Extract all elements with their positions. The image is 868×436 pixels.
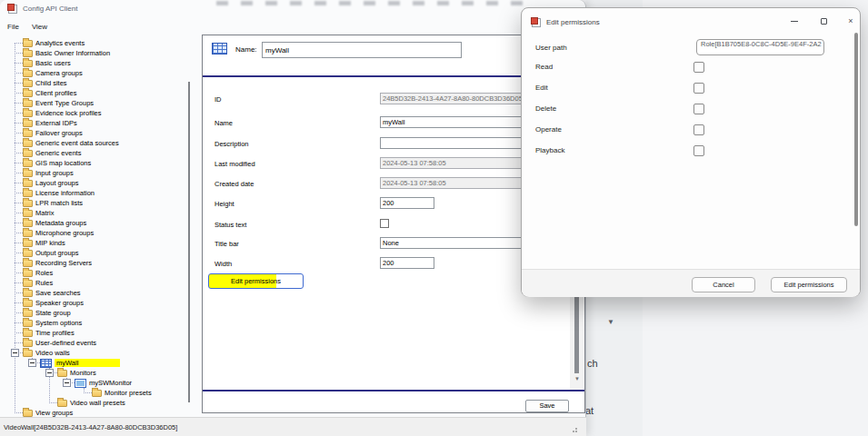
tree-item-failover-groups[interactable]: Failover groups [2, 128, 195, 138]
header-name-input[interactable] [262, 42, 462, 58]
tree-item-label: MIP kinds [35, 239, 65, 247]
collapse-expander-icon[interactable] [45, 369, 54, 377]
save-button[interactable]: Save [525, 400, 569, 412]
folder-icon [23, 410, 33, 417]
menu-file[interactable]: File [7, 23, 19, 31]
tree-item-state-group[interactable]: State group [2, 308, 195, 318]
dialog-edit-permissions-button[interactable]: Edit permissions [771, 277, 847, 292]
tree-item-external-idps[interactable]: External IDPs [2, 118, 195, 128]
tree-item-monitor-presets[interactable]: Monitor presets [2, 388, 195, 398]
tree-item-label: Monitors [70, 369, 96, 377]
tree-item-label: System options [35, 319, 82, 327]
tree-item-roles[interactable]: Roles [2, 268, 195, 278]
tree-connector [15, 253, 23, 253]
cancel-button[interactable]: Cancel [692, 277, 755, 292]
height-field[interactable] [380, 197, 434, 209]
tree-item-mip-kinds[interactable]: MIP kinds [2, 238, 195, 248]
menubar: File View [0, 16, 585, 36]
tree-item-generic-event-data-sources[interactable]: Generic event data sources [2, 138, 195, 148]
tree-item-label: Basic Owner Information [35, 49, 110, 57]
tree-item-child-sites[interactable]: Child sites [2, 78, 195, 88]
tree-item-license-information[interactable]: License information [2, 188, 195, 198]
tree-item-generic-events[interactable]: Generic events [2, 148, 195, 158]
tree-item-basic-owner-information[interactable]: Basic Owner Information [2, 48, 195, 58]
tree-item-matrix[interactable]: Matrix [2, 208, 195, 218]
tree-connector [15, 103, 23, 104]
tree-item-camera-groups[interactable]: Camera groups [2, 68, 195, 78]
tree-item-gis-map-locations[interactable]: GIS map locations [2, 158, 195, 168]
tree-item-user-defined-events[interactable]: User-defined events [2, 338, 195, 348]
tree-item-microphone-groups[interactable]: Microphone groups [2, 228, 195, 238]
tree-item-time-profiles[interactable]: Time profiles [2, 328, 195, 338]
collapse-expander-icon[interactable] [28, 359, 36, 367]
tree: Analytics eventsBasic Owner InformationB… [2, 38, 195, 418]
scroll-down-icon[interactable]: ▼ [574, 376, 580, 382]
menu-view[interactable]: View [32, 23, 47, 31]
tree-item-label: LPR match lists [35, 199, 83, 207]
folder-icon [23, 80, 33, 87]
tree-item-save-searches[interactable]: Save searches [2, 288, 195, 298]
collapse-expander-icon[interactable] [63, 379, 71, 387]
dialog-titlebar[interactable]: Edit permissions [522, 8, 860, 35]
tree-item-label: Rules [35, 279, 53, 287]
videowall-icon [212, 43, 227, 54]
folder-icon [92, 390, 102, 397]
monitor-icon [75, 379, 86, 388]
field-label-width: Width [215, 260, 232, 268]
minimize-button[interactable] [783, 12, 805, 30]
statusbar-text: VideoWall[24B5D32B-2413-4A27-8A80-80DCB3… [4, 423, 177, 431]
permission-checkbox-operate[interactable] [693, 124, 704, 135]
tree-item-rules[interactable]: Rules [2, 278, 195, 288]
tree-connector [15, 113, 23, 114]
tree-item-monitors[interactable]: Monitors [2, 368, 195, 378]
tree-connector [15, 43, 23, 44]
tree-item-mywall[interactable]: myWall [2, 358, 195, 368]
tree-item-layout-groups[interactable]: Layout groups [2, 178, 195, 188]
edit-permissions-button[interactable]: Edit permissions [208, 273, 304, 289]
tree-item-myswmonitor[interactable]: mySWMonitor [2, 378, 195, 388]
status-text-checkbox[interactable] [380, 219, 389, 228]
folder-icon [23, 180, 33, 187]
dialog-scrollbar-thumb[interactable] [854, 33, 858, 226]
tree-connector [15, 143, 23, 144]
tree-item-evidence-lock-profiles[interactable]: Evidence lock profiles [2, 108, 195, 118]
tree-item-event-type-groups[interactable]: Event Type Groups [2, 98, 195, 108]
field-label-status-text: Status text [215, 221, 246, 229]
tree-item-system-options[interactable]: System options [2, 318, 195, 328]
permission-checkbox-edit[interactable] [693, 83, 704, 94]
folder-icon [23, 310, 33, 317]
tree-item-video-wall-presets[interactable]: Video wall presets [2, 398, 195, 408]
permission-checkbox-read[interactable] [693, 62, 704, 73]
permission-checkbox-playback[interactable] [693, 145, 704, 156]
tree-item-lpr-match-lists[interactable]: LPR match lists [2, 198, 195, 208]
folder-icon [23, 230, 33, 237]
collapse-expander-icon[interactable] [11, 349, 19, 357]
tree-item-speaker-groups[interactable]: Speaker groups [2, 298, 195, 308]
maximize-button[interactable] [813, 12, 834, 30]
resize-grip-icon[interactable] [572, 427, 577, 432]
close-icon: × [848, 17, 853, 25]
tree-item-video-walls[interactable]: Video walls [2, 348, 195, 358]
folder-icon [57, 370, 67, 377]
user-path-input[interactable]: Role[B1B705E8-0C8C-4D5E-9E4F-2A2 [696, 39, 824, 55]
folder-icon [57, 400, 67, 407]
tree-connector [15, 123, 23, 124]
folder-icon [23, 210, 33, 217]
tree-connector [15, 312, 23, 313]
permission-checkbox-delete[interactable] [693, 104, 704, 114]
width-field[interactable] [380, 257, 434, 269]
tree-item-input-groups[interactable]: Input groups [2, 168, 195, 178]
tree-item-analytics-events[interactable]: Analytics events [2, 38, 195, 48]
dialog-footer: Cancel Edit permissions [522, 269, 860, 297]
tree-item-label: Save searches [35, 289, 81, 297]
tree-item-basic-users[interactable]: Basic users [2, 58, 195, 68]
tree-item-label: Microphone groups [35, 229, 94, 237]
tree-item-label: Generic event data sources [35, 139, 119, 147]
tree-item-recording-servers[interactable]: Recording Servers [2, 258, 195, 268]
tree-item-metadata-groups[interactable]: Metadata groups [2, 218, 195, 228]
tree-scrollbar[interactable] [188, 82, 190, 402]
tree-item-output-groups[interactable]: Output groups [2, 248, 195, 258]
close-button[interactable]: × [840, 12, 862, 30]
folder-icon [23, 330, 33, 337]
tree-item-client-profiles[interactable]: Client profiles [2, 88, 195, 98]
